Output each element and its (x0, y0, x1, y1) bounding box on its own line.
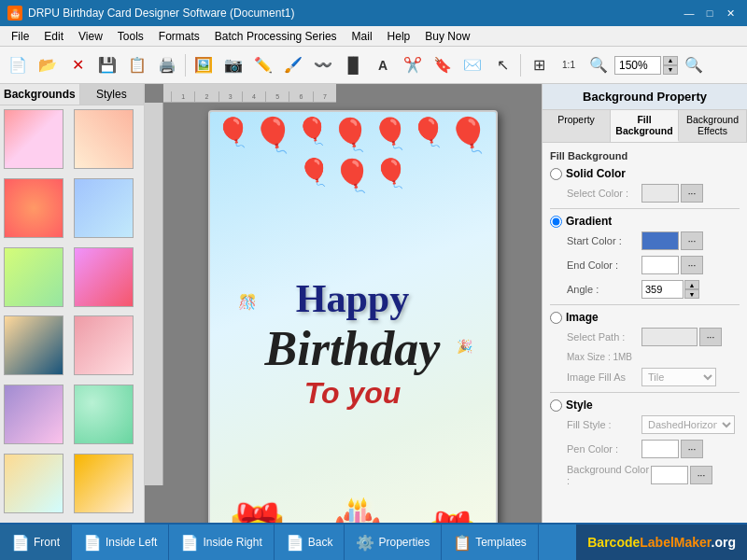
bg-color-preview (651, 466, 688, 484)
menu-batch[interactable]: Batch Processing Series (207, 28, 345, 45)
tab-inside-right-label: Inside Right (203, 536, 261, 549)
tab-front[interactable]: 📄 Front (0, 525, 72, 560)
image-radio-row[interactable]: Image (550, 311, 740, 324)
background-thumb-5[interactable] (4, 247, 63, 307)
background-thumb-6[interactable] (74, 247, 134, 307)
menu-buynow[interactable]: Buy Now (417, 28, 477, 45)
background-thumb-11[interactable] (4, 454, 63, 513)
property-tabs: Property Fill Background Background Effe… (543, 110, 747, 143)
photo-button[interactable]: 📷 (219, 51, 247, 79)
background-thumb-4[interactable] (74, 178, 134, 238)
background-thumb-1[interactable] (4, 109, 63, 169)
select-path-input[interactable] (641, 328, 698, 346)
background-thumb-3[interactable] (4, 178, 63, 238)
copy-button[interactable]: 📋 (123, 51, 151, 79)
card-balloons: 🎈 🎈 🎈 🎈 🎈 🎈 🎈 🎈 🎈 🎈 (210, 112, 496, 280)
background-thumb-9[interactable] (4, 385, 63, 444)
solid-color-btn[interactable]: ··· (681, 184, 703, 203)
menu-mail[interactable]: Mail (345, 28, 380, 45)
window-controls: — □ ✕ (680, 4, 740, 22)
panel-content (0, 105, 144, 523)
delete-button[interactable]: ✕ (63, 51, 92, 79)
card-canvas: 🎈 🎈 🎈 🎈 🎈 🎈 🎈 🎈 🎈 🎈 (163, 103, 542, 523)
grid-button[interactable]: ⊞ (525, 51, 553, 79)
image-radio[interactable] (550, 312, 562, 324)
menu-edit[interactable]: Edit (36, 28, 71, 45)
gradient-radio[interactable] (550, 216, 562, 228)
ruler-mark: 1 (171, 91, 194, 102)
select-color-row: Select Color : ··· (550, 184, 740, 203)
zoom-in-button[interactable]: 🔍 (585, 51, 613, 79)
pen-color-btn[interactable]: ··· (681, 440, 703, 458)
angle-label: Angle : (567, 284, 641, 295)
text-button[interactable]: A (369, 51, 397, 79)
gradient-radio-row[interactable]: Gradient (550, 215, 740, 228)
background-thumb-10[interactable] (74, 385, 134, 444)
zoom-up-button[interactable]: ▲ (663, 56, 678, 65)
draw-button[interactable]: ✏️ (249, 51, 277, 79)
menu-bar: File Edit View Tools Formats Batch Proce… (0, 26, 747, 47)
tab-templates[interactable]: 📋 Templates (442, 525, 539, 560)
bg-color-btn[interactable]: ··· (690, 466, 712, 484)
pen-color-preview (641, 440, 679, 458)
angle-input[interactable] (641, 280, 684, 299)
start-color-btn[interactable]: ··· (681, 231, 703, 250)
solid-color-radio-row[interactable]: Solid Color (550, 167, 740, 180)
zoom-down-button[interactable]: ▼ (663, 65, 678, 75)
background-thumb-12[interactable] (74, 454, 134, 513)
tab-properties-label: Properties (378, 536, 430, 549)
tab-back[interactable]: 📄 Back (275, 525, 345, 560)
minimize-button[interactable]: — (680, 4, 698, 22)
print-button[interactable]: 🖨️ (153, 51, 181, 79)
image-button[interactable]: 🖼️ (190, 51, 218, 79)
open-button[interactable]: 📂 (34, 51, 62, 79)
end-color-btn[interactable]: ··· (681, 256, 703, 274)
menu-file[interactable]: File (4, 28, 36, 45)
paint-button[interactable]: 🖌️ (279, 51, 307, 79)
solid-color-input[interactable] (641, 184, 679, 203)
tab-properties[interactable]: ⚙️ Properties (345, 525, 442, 560)
select-button[interactable]: ↖ (488, 51, 516, 79)
birthday-text: Birthday (265, 321, 441, 376)
tab-backgrounds[interactable]: Backgrounds (0, 84, 80, 105)
angle-up-btn[interactable]: ▲ (684, 280, 699, 289)
menu-formats[interactable]: Formats (151, 28, 207, 45)
barcode-button[interactable]: ▐▌ (339, 51, 367, 79)
card-design[interactable]: 🎈 🎈 🎈 🎈 🎈 🎈 🎈 🎈 🎈 🎈 (208, 110, 498, 523)
fill-style-select[interactable]: DashedHorizontal Solid Vertical (641, 415, 735, 434)
zoom-fit-button[interactable]: 1:1 (555, 51, 583, 79)
canvas-area[interactable]: 1 2 3 4 5 6 7 🎈 🎈 🎈 (145, 84, 542, 523)
background-thumb-8[interactable] (74, 315, 134, 375)
background-thumb-2[interactable] (74, 109, 134, 169)
menu-help[interactable]: Help (380, 28, 418, 45)
email-button[interactable]: ✉️ (458, 51, 486, 79)
inside-right-icon: 📄 (180, 534, 199, 552)
clip-button[interactable]: ✂️ (399, 51, 427, 79)
style-radio[interactable] (550, 399, 562, 412)
menu-tools[interactable]: Tools (110, 28, 151, 45)
save-button[interactable]: 💾 (93, 51, 121, 79)
stamp-button[interactable]: 🔖 (429, 51, 457, 79)
tab-templates-label: Templates (475, 536, 527, 549)
select-path-btn[interactable]: ··· (699, 328, 722, 346)
tab-fill-background[interactable]: Fill Background (611, 110, 679, 142)
style-radio-row[interactable]: Style (550, 399, 740, 412)
close-button[interactable]: ✕ (721, 4, 740, 22)
tab-inside-right[interactable]: 📄 Inside Right (169, 525, 274, 560)
angle-down-btn[interactable]: ▼ (684, 289, 699, 299)
start-color-label: Start Color : (567, 235, 641, 246)
maximize-button[interactable]: □ (700, 4, 719, 22)
solid-color-radio[interactable] (550, 168, 562, 180)
new-button[interactable]: 📄 (4, 51, 32, 79)
image-fill-select[interactable]: Tile Stretch Center Zoom (641, 368, 716, 386)
zoom-input[interactable] (614, 56, 661, 75)
menu-view[interactable]: View (71, 28, 110, 45)
tab-inside-left[interactable]: 📄 Inside Left (72, 525, 169, 560)
tab-property[interactable]: Property (543, 110, 611, 142)
tab-background-effects[interactable]: Background Effects (679, 110, 747, 142)
zoom-out-button[interactable]: 🔍 (680, 51, 708, 79)
background-thumb-7[interactable] (4, 315, 63, 375)
curve-button[interactable]: 〰️ (309, 51, 337, 79)
happy-text: Happy (265, 276, 441, 321)
tab-styles[interactable]: Styles (80, 84, 144, 105)
